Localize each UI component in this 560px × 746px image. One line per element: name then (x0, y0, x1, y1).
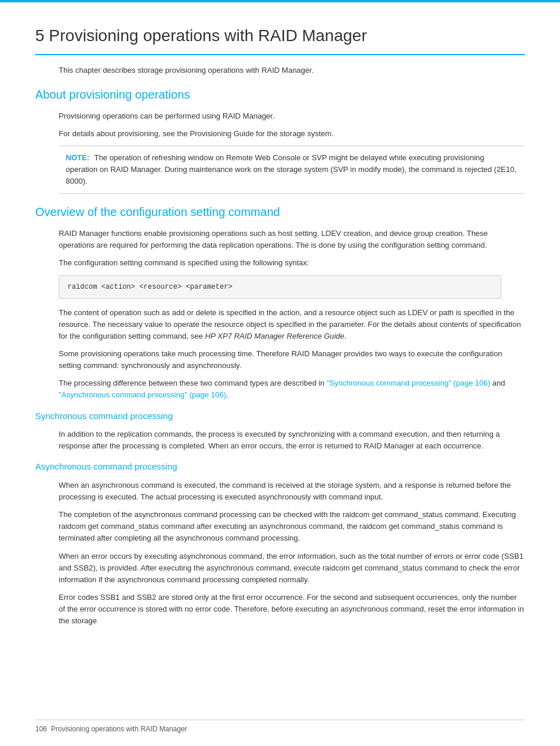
note-box: NOTE:The operation of refreshing window … (59, 146, 525, 194)
chapter-title-text: Provisioning operations with RAID Manage… (49, 26, 367, 45)
subsection2-para2: The completion of the asynchronous comma… (59, 509, 525, 544)
top-border (0, 0, 560, 2)
section1-title: About provisioning operations (35, 86, 525, 103)
chapter-number: 5 (35, 26, 45, 45)
section2-para3: The content of operation such as add or … (59, 307, 525, 342)
link-post-text: . (226, 390, 228, 399)
subsection2-title: Asynchronous command processing (35, 460, 525, 474)
section1-para2: For details about provisioning, see the … (59, 128, 525, 140)
subsection1-title: Synchronous command processing (35, 410, 525, 423)
page: 5 Provisioning operations with RAID Mana… (0, 0, 560, 746)
async-link[interactable]: "Asynchronous command processing" (page … (59, 390, 226, 399)
section1-para1: Provisioning operations can be performed… (59, 110, 525, 122)
section2-title: Overview of the configuration setting co… (35, 203, 525, 221)
subsection2-para3: When an error occurs by executing asynch… (59, 551, 525, 586)
subsection1-para: In addition to the replication commands,… (59, 428, 525, 452)
section2-para1: RAID Manager functions enable provisioni… (59, 228, 525, 251)
italic-ref: HP XP7 RAID Manager Reference Guide (205, 332, 344, 340)
subsection2-para4: Error codes SSB1 and SSB2 are stored onl… (59, 592, 525, 627)
chapter-title: 5 Provisioning operations with RAID Mana… (35, 23, 525, 55)
link-pre-text: The processing difference between these … (59, 379, 326, 387)
link-mid-text: and (490, 379, 505, 387)
subsection2-para1: When an asynchronous command is executed… (59, 480, 525, 503)
section2-para2: The configuration setting command is spe… (59, 257, 525, 269)
sync-link[interactable]: "Synchronous command processing" (page 1… (326, 379, 490, 387)
code-text: raidcom <action> <resource> <parameter> (68, 283, 232, 291)
note-text: The operation of refreshing window on Re… (66, 153, 517, 185)
footer-text: Provisioning operations with RAID Manage… (51, 724, 187, 734)
note-label: NOTE: (66, 153, 89, 162)
footer-page-number: 106 (35, 724, 47, 734)
section2-links-para: The processing difference between these … (59, 377, 525, 401)
chapter-intro: This chapter describes storage provision… (59, 65, 525, 76)
page-footer: 106 Provisioning operations with RAID Ma… (35, 720, 525, 734)
code-block: raidcom <action> <resource> <parameter> (59, 275, 501, 299)
section2-para4: Some provisioning operations take much p… (59, 348, 525, 372)
